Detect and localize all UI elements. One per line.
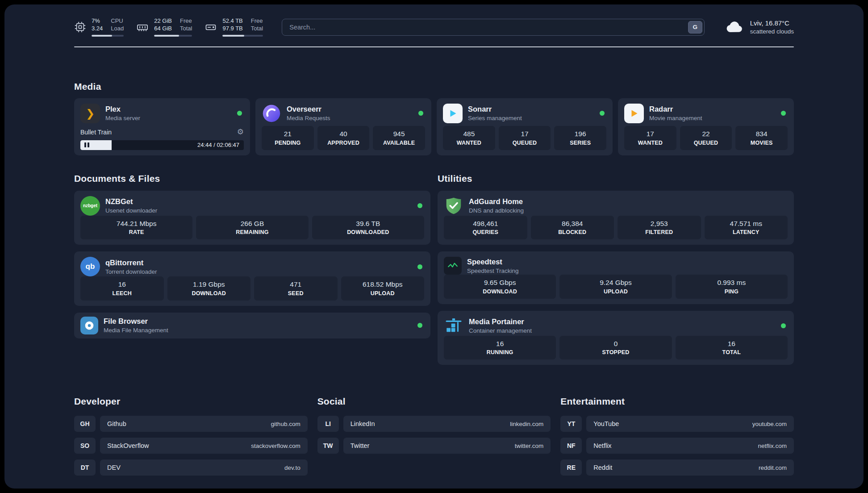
card-filebrowser[interactable]: File Browser Media File Management	[74, 313, 430, 338]
playback-progress-bar[interactable]: 24:44 / 02:06:47	[80, 140, 244, 150]
stat-tile: 21 PENDING	[262, 126, 314, 150]
bookmark-abbr[interactable]: DT	[74, 460, 96, 476]
cpu-label: CPU	[111, 18, 124, 24]
bookmark-abbr[interactable]: GH	[74, 416, 96, 432]
bookmark-link[interactable]: Reddit reddit.com	[586, 460, 794, 476]
cpu-load-value: 3.24	[92, 25, 103, 32]
stat-tile: 0.993 ms PING	[676, 275, 788, 299]
app-subtitle: Speedtest Tracking	[467, 267, 519, 274]
stat-tile: 471 SEED	[254, 276, 338, 301]
app-subtitle: Torrent downloader	[105, 268, 157, 275]
bookmark-link[interactable]: Twitter twitter.com	[343, 438, 551, 454]
app-subtitle: Container management	[469, 327, 532, 334]
bookmark-link[interactable]: YouTube youtube.com	[586, 416, 794, 432]
utilities-column: Utilities AdGuard Home	[438, 173, 794, 365]
stat-tile: 16 RUNNING	[444, 336, 556, 360]
app-subtitle: Usenet downloader	[105, 207, 157, 214]
bookmark-abbr[interactable]: SO	[74, 438, 96, 454]
entertainment-section-title: Entertainment	[560, 396, 794, 407]
cpu-load-label: Load	[111, 25, 124, 32]
stat-tile: 47.571 ms LATENCY	[705, 216, 788, 240]
media-grid: ❯ Plex Media server Bullet Train ⚙ 24:44…	[74, 98, 794, 155]
status-dot	[418, 111, 423, 116]
bookmark-abbr[interactable]: YT	[560, 416, 582, 432]
bookmarks-social: Social LI LinkedIn linkedin.com TW Twitt…	[317, 396, 551, 476]
disk-free-value: 52.4 TB	[222, 18, 242, 24]
filebrowser-icon	[80, 317, 98, 334]
search-engine-button[interactable]: G	[688, 21, 702, 33]
bookmark-row-reddit: RE Reddit reddit.com	[560, 460, 794, 476]
app-subtitle: Media File Management	[104, 327, 168, 334]
cpu-metric: 7% 3.24 CPU Load	[74, 18, 124, 37]
documents-section-title: Documents & Files	[74, 173, 430, 184]
status-dot	[237, 111, 242, 116]
overseerr-icon	[262, 104, 281, 123]
pause-button[interactable]	[84, 142, 89, 147]
stat-tile: 485 WANTED	[443, 126, 495, 150]
status-dot	[417, 323, 422, 328]
bookmark-row-linkedin: LI LinkedIn linkedin.com	[317, 416, 551, 432]
cpu-progress-bar	[92, 35, 124, 37]
bookmark-row-twitter: TW Twitter twitter.com	[317, 438, 551, 454]
disk-metric-body: 52.4 TB 97.9 TB Free Total	[222, 18, 263, 37]
stat-tile: 498,461 QUERIES	[444, 216, 527, 240]
disk-free-label: Free	[251, 18, 263, 24]
bookmarks-entertainment: Entertainment YT YouTube youtube.com NF …	[560, 396, 794, 476]
stat-tile: 618.52 Mbps UPLOAD	[341, 276, 425, 301]
ram-icon	[136, 21, 149, 33]
card-overseerr[interactable]: Overseerr Media Requests 21 PENDING 40 A…	[255, 98, 431, 155]
disk-total-label: Total	[251, 25, 263, 32]
card-speedtest[interactable]: Speedtest Speedtest Tracking 9.65 Gbps D…	[438, 251, 794, 304]
stat-tile: 40 APPROVED	[317, 126, 370, 150]
bookmark-link[interactable]: Netflix netflix.com	[586, 438, 794, 454]
card-radarr[interactable]: Radarr Movie management 17 WANTED 22 QUE…	[618, 98, 794, 155]
player-settings-gear-icon[interactable]: ⚙	[237, 128, 244, 136]
search-input[interactable]	[282, 19, 704, 36]
qbittorrent-icon: qb	[80, 257, 100, 276]
cloud-icon	[725, 20, 744, 35]
bookmark-abbr[interactable]: LI	[317, 416, 339, 432]
bookmark-abbr[interactable]: TW	[317, 438, 339, 454]
stat-tile: 945 AVAILABLE	[373, 126, 425, 150]
bookmark-abbr[interactable]: NF	[560, 438, 582, 454]
bookmark-link[interactable]: StackOverflow stackoverflow.com	[100, 438, 308, 454]
card-plex[interactable]: ❯ Plex Media server Bullet Train ⚙ 24:44…	[74, 98, 250, 155]
radarr-icon	[624, 104, 644, 123]
bookmark-row-netflix: NF Netflix netflix.com	[560, 438, 794, 454]
ram-free-value: 22 GiB	[154, 18, 172, 24]
topbar-divider	[74, 46, 794, 47]
status-dot	[781, 111, 786, 116]
stat-tile: 86,384 BLOCKED	[531, 216, 614, 240]
app-name: NZBGet	[105, 197, 157, 206]
app-subtitle: Series management	[468, 115, 522, 121]
system-metrics: 7% 3.24 CPU Load	[74, 18, 263, 37]
cpu-metric-body: 7% 3.24 CPU Load	[92, 18, 124, 37]
adguard-icon	[444, 196, 463, 216]
stat-tile: 834 MOVIES	[735, 126, 788, 150]
disk-total-value: 97.9 TB	[222, 25, 242, 32]
status-dot	[600, 111, 605, 116]
app-subtitle: DNS and adblocking	[469, 207, 524, 214]
bookmark-abbr[interactable]: RE	[560, 460, 582, 476]
stat-tile: 744.21 Mbps RATE	[80, 216, 192, 240]
media-section-title: Media	[74, 81, 794, 92]
bookmark-link[interactable]: DEV dev.to	[100, 460, 308, 476]
now-playing-title: Bullet Train	[80, 129, 112, 136]
stat-tile: 9.65 Gbps DOWNLOAD	[444, 275, 556, 299]
bookmark-link[interactable]: Github github.com	[100, 416, 308, 432]
card-nzbget[interactable]: nzbget NZBGet Usenet downloader 744.21 M…	[74, 191, 430, 245]
card-qbittorrent[interactable]: qb qBittorrent Torrent downloader 16 LEE…	[74, 251, 430, 306]
ram-metric: 22 GiB 64 GiB Free Total	[136, 18, 192, 37]
stat-tile: 266 GB REMAINING	[196, 216, 308, 240]
card-adguard[interactable]: AdGuard Home DNS and adblocking 498,461 …	[438, 191, 794, 245]
card-sonarr[interactable]: Sonarr Series management 485 WANTED 17 Q…	[437, 98, 613, 155]
app-name: qBittorrent	[105, 259, 157, 267]
bookmark-row-dev: DT DEV dev.to	[74, 460, 308, 476]
search-bar: G	[282, 19, 704, 36]
app-name: AdGuard Home	[469, 197, 524, 206]
card-portainer[interactable]: Media Portainer Container management 16 …	[438, 311, 794, 365]
app-name: Radarr	[649, 105, 702, 113]
app-name: File Browser	[104, 317, 168, 326]
bookmark-link[interactable]: LinkedIn linkedin.com	[343, 416, 551, 432]
app-subtitle: Media Requests	[287, 115, 330, 121]
